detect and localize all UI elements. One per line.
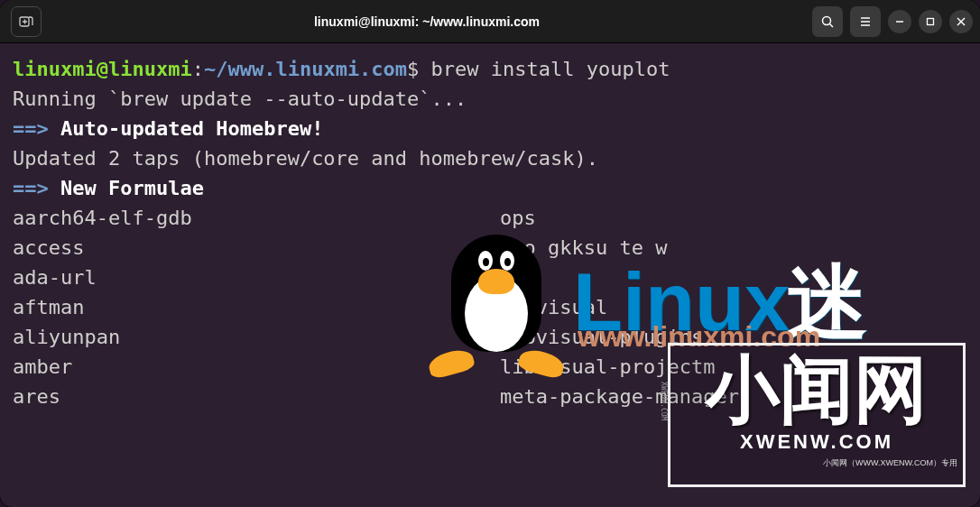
output-updated-taps: Updated 2 taps (homebrew/core and homebr… bbox=[13, 143, 967, 173]
svg-line-2 bbox=[830, 23, 834, 27]
terminal-output[interactable]: linuxmi@linuxmi:~/www.linuxmi.com$ brew … bbox=[0, 43, 980, 507]
prompt-path: ~/www.linuxmi.com bbox=[204, 58, 407, 80]
output-running: Running `brew update --auto-update`... bbox=[13, 84, 967, 114]
output-auto-updated: ==> Auto-updated Homebrew! bbox=[13, 114, 967, 143]
close-button[interactable] bbox=[949, 10, 973, 33]
minimize-icon bbox=[895, 17, 904, 26]
output-new-formulae-header: ==> New Formulae bbox=[13, 173, 967, 203]
new-tab-button[interactable] bbox=[11, 6, 42, 37]
prompt-dollar: $ bbox=[407, 58, 419, 80]
minimize-button[interactable] bbox=[888, 10, 911, 33]
formulae-row: aarch64-elf-gdbops bbox=[13, 203, 967, 233]
close-icon bbox=[957, 17, 966, 26]
formulae-row: ada-url bbox=[13, 263, 967, 292]
maximize-icon bbox=[926, 17, 935, 26]
svg-point-1 bbox=[823, 16, 831, 24]
command-text: brew install youplot bbox=[431, 58, 670, 80]
prompt-colon: : bbox=[192, 58, 204, 80]
search-button[interactable] bbox=[812, 6, 843, 37]
prompt-user-host: linuxmi@linuxmi bbox=[13, 58, 192, 80]
formulae-row: aresmeta-package-manager bbox=[13, 382, 967, 411]
terminal-window: linuxmi@linuxmi: ~/www.linuxmi.com bbox=[0, 0, 980, 507]
window-title: linuxmi@linuxmi: ~/www.linuxmi.com bbox=[314, 14, 540, 29]
prompt-line: linuxmi@linuxmi:~/www.linuxmi.com$ brew … bbox=[13, 54, 967, 84]
formulae-row: amberlibvisual-projectm bbox=[13, 352, 967, 382]
titlebar: linuxmi@linuxmi: ~/www.linuxmi.com bbox=[0, 0, 980, 43]
search-icon bbox=[820, 14, 835, 29]
maximize-button[interactable] bbox=[919, 10, 942, 33]
new-tab-icon bbox=[19, 14, 33, 29]
formulae-row: accessgeo gkksu te w bbox=[13, 233, 967, 263]
menu-button[interactable] bbox=[850, 6, 881, 37]
svg-rect-7 bbox=[928, 18, 934, 24]
formulae-row: aliyunpanlibvisual-plugins bbox=[13, 322, 967, 352]
hamburger-icon bbox=[858, 14, 873, 29]
formulae-row: aftmanlibvisual bbox=[13, 292, 967, 322]
